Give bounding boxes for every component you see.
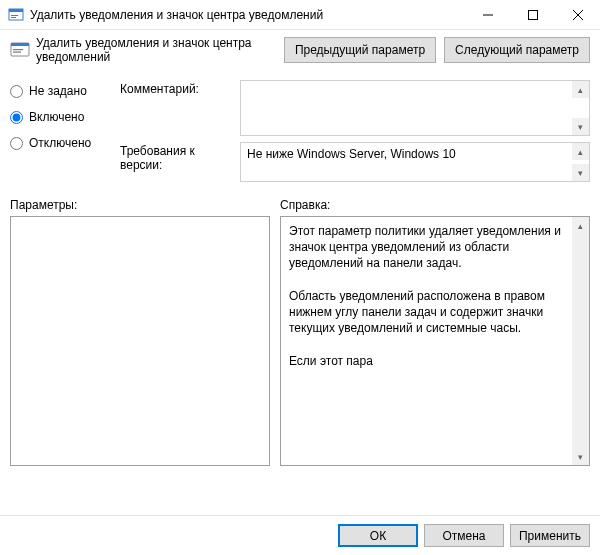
scroll-up-icon[interactable]: ▴: [572, 217, 589, 234]
config-area: Не задано Включено Отключено Комментарий…: [0, 72, 600, 192]
close-button[interactable]: [555, 0, 600, 29]
scroll-up-icon[interactable]: ▴: [572, 81, 589, 98]
fields: Комментарий: ▴ ▾ Требования к версии: Не…: [120, 80, 590, 188]
comment-input[interactable]: ▴ ▾: [240, 80, 590, 136]
svg-rect-2: [11, 15, 18, 16]
options-label: Параметры:: [10, 198, 280, 212]
window-controls: [465, 0, 600, 29]
header: Удалить уведомления и значок центра увед…: [0, 30, 600, 72]
state-radios: Не задано Включено Отключено: [10, 80, 120, 188]
app-icon: [8, 7, 24, 23]
comment-label: Комментарий:: [120, 80, 240, 136]
radio-not-configured-label: Не задано: [29, 84, 87, 98]
window-title: Удалить уведомления и значок центра увед…: [30, 8, 465, 22]
svg-rect-11: [13, 52, 21, 53]
dialog-footer: ОК Отмена Применить: [0, 515, 600, 555]
supported-label: Требования к версии:: [120, 142, 240, 182]
policy-icon: [10, 40, 30, 60]
ok-button[interactable]: ОК: [338, 524, 418, 547]
svg-rect-9: [11, 43, 29, 46]
svg-rect-1: [9, 9, 23, 12]
scroll-down-icon[interactable]: ▾: [572, 448, 589, 465]
apply-button[interactable]: Применить: [510, 524, 590, 547]
help-content: Этот параметр политики удаляет уведомлен…: [281, 217, 572, 465]
scroll-down-icon[interactable]: ▾: [572, 118, 589, 135]
svg-rect-5: [528, 10, 537, 19]
radio-disabled-label: Отключено: [29, 136, 91, 150]
pane-labels: Параметры: Справка:: [0, 192, 600, 216]
options-pane: [10, 216, 270, 466]
cancel-button[interactable]: Отмена: [424, 524, 504, 547]
options-content: [11, 217, 252, 465]
radio-enabled[interactable]: Включено: [10, 110, 120, 124]
radio-disabled[interactable]: Отключено: [10, 136, 120, 150]
title-bar: Удалить уведомления и значок центра увед…: [0, 0, 600, 30]
help-pane: Этот параметр политики удаляет уведомлен…: [280, 216, 590, 466]
scroll-up-icon[interactable]: ▴: [572, 143, 589, 160]
supported-value: Не ниже Windows Server, Windows 10: [241, 143, 589, 165]
radio-enabled-input[interactable]: [10, 111, 23, 124]
help-label: Справка:: [280, 198, 590, 212]
minimize-button[interactable]: [465, 0, 510, 29]
scroll-down-icon[interactable]: ▾: [572, 164, 589, 181]
header-title: Удалить уведомления и значок центра увед…: [36, 36, 276, 64]
svg-rect-3: [11, 17, 16, 18]
supported-box: Не ниже Windows Server, Windows 10 ▴ ▾: [240, 142, 590, 182]
radio-disabled-input[interactable]: [10, 137, 23, 150]
radio-enabled-label: Включено: [29, 110, 84, 124]
previous-setting-button[interactable]: Предыдущий параметр: [284, 37, 436, 63]
radio-not-configured[interactable]: Не задано: [10, 84, 120, 98]
next-setting-button[interactable]: Следующий параметр: [444, 37, 590, 63]
comment-value: [241, 81, 589, 89]
svg-rect-10: [13, 49, 23, 50]
panes: Этот параметр политики удаляет уведомлен…: [0, 216, 600, 466]
help-scrollbar[interactable]: ▴ ▾: [572, 217, 589, 465]
radio-not-configured-input[interactable]: [10, 85, 23, 98]
maximize-button[interactable]: [510, 0, 555, 29]
